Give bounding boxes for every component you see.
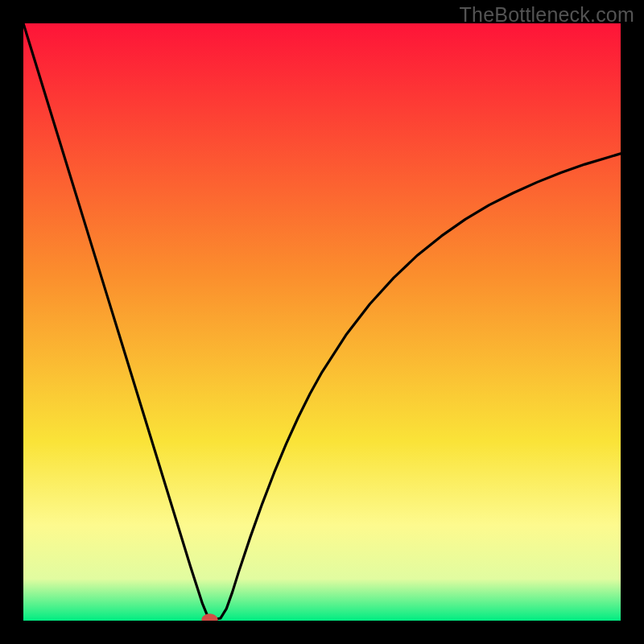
- chart-frame: TheBottleneck.com: [0, 0, 644, 644]
- gradient-background: [23, 23, 621, 621]
- watermark-text: TheBottleneck.com: [460, 3, 634, 27]
- bottleneck-chart-svg: [23, 23, 621, 621]
- plot-area: [23, 23, 621, 621]
